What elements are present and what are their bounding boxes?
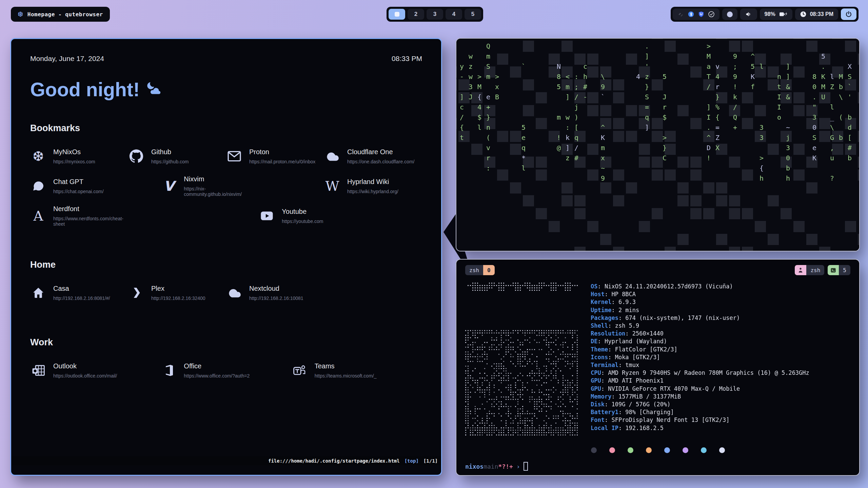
- nix-snowflake-icon: ❆: [18, 10, 23, 18]
- cloud-icon: [226, 287, 242, 299]
- bookmark-nixvim[interactable]: VNixvimhttps://nix-community.github.io/n…: [161, 175, 259, 197]
- prompt-git-branch: main: [484, 463, 498, 470]
- bookmark-name: Cloudflare One: [347, 148, 414, 156]
- github-icon: [128, 149, 144, 163]
- fetch-line: Font: SFProDisplay Nerd Font 13 [GTK2/3]: [591, 416, 809, 424]
- battery-charging-icon: [779, 11, 788, 18]
- bookmark-outlook[interactable]: Outlookhttps://outlook.office.com/mail/: [30, 359, 128, 382]
- chat-icon: [30, 179, 46, 193]
- bookmark-nextcloud[interactable]: Nextcloudhttp://192.168.2.16:10081: [226, 282, 324, 304]
- workspace-switcher: 2345: [387, 7, 483, 22]
- kdeconnect-icon[interactable]: [677, 11, 684, 18]
- battery-pill[interactable]: 98%: [760, 8, 792, 20]
- bookmark-url: https://www.nerdfonts.com/cheat-sheet: [53, 216, 128, 227]
- tmux-window-count: 5: [839, 265, 850, 275]
- bookmark-youtube[interactable]: Youtubehttps://youtube.com: [259, 205, 357, 227]
- bookmark-url: http://192.168.2.16:8081/#/: [53, 296, 110, 301]
- page-date: Monday, June 17, 2024: [30, 55, 104, 63]
- matrix-terminal-window: [456, 38, 860, 251]
- workspace-button-active[interactable]: [389, 9, 405, 20]
- fetch-line: Packages: 674 (nix-system), 1747 (nix-us…: [591, 314, 809, 322]
- bookmark-office[interactable]: Officehttps://www.office.com/?auth=2: [161, 359, 259, 382]
- fetch-line: Terminal: tmux: [591, 361, 809, 369]
- tmux-session-name[interactable]: zsh: [465, 265, 483, 275]
- fetch-output: OS: NixOS 24.11.20240612.57d6973 (Vicuña…: [465, 283, 850, 436]
- system-tray: [673, 8, 719, 20]
- check-circle-icon[interactable]: [708, 11, 715, 18]
- shield-icon[interactable]: [698, 11, 705, 18]
- bookmark-name: Nixvim: [184, 175, 259, 183]
- active-window-title-pill: ❆ Homepage - qutebrowser: [11, 7, 110, 22]
- palette-dot: [591, 447, 597, 453]
- clock-pill[interactable]: 08:33 PM: [795, 8, 838, 20]
- palette-dot: [719, 447, 725, 453]
- active-workspace-indicator: [395, 12, 399, 17]
- bookmark-url: https://teams.microsoft.com/_: [315, 373, 377, 379]
- bookmark-name: Outlook: [53, 362, 117, 370]
- fetch-ascii-art: [465, 283, 579, 436]
- clock-label: 08:33 PM: [810, 11, 833, 17]
- bookmark-nerdfont[interactable]: ANerdfonthttps://www.nerdfonts.com/cheat…: [30, 205, 128, 227]
- bookmark-proton[interactable]: Protonhttps://mail.proton.me/u/0/inbox: [226, 145, 324, 167]
- bookmark-plex[interactable]: Plexhttp://192.168.2.16:32400: [128, 282, 226, 304]
- bookmark-url: http://192.168.2.16:32400: [151, 296, 205, 301]
- bookmark-url: https://youtube.com: [282, 219, 323, 224]
- section-home: HomeCasahttp://192.168.2.16:8081/#/Plexh…: [30, 260, 422, 304]
- nix-snowflake-icon: ❆: [30, 149, 46, 163]
- status-cluster: 98% 08:33 PM: [671, 7, 859, 22]
- fetch-line: Disk: 109G / 576G (20%): [591, 401, 809, 408]
- statusbar-scroll-position: [top]: [405, 458, 419, 464]
- workspace-button-5[interactable]: 5: [465, 9, 481, 20]
- shell-prompt[interactable]: nixos main *?!+ ›: [465, 462, 850, 471]
- bookmark-teams[interactable]: Teamshttps://teams.microsoft.com/_: [292, 359, 390, 382]
- fetch-line: Local IP: 192.168.2.5: [591, 424, 809, 432]
- fetch-info-lines: OS: NixOS 24.11.20240612.57d6973 (Vicuña…: [591, 283, 809, 436]
- bookmark-name: Nerdfont: [53, 205, 128, 213]
- palette-dot: [646, 447, 652, 453]
- prompt-git-flags: *?!+: [498, 463, 513, 470]
- volume-pill[interactable]: [740, 8, 757, 20]
- bookmark-cloudflare-one[interactable]: Cloudflare Onehttps://one.dash.cloudflar…: [324, 145, 422, 167]
- fetch-line: Theme: FlatColor [GTK2/3]: [591, 346, 809, 353]
- power-button[interactable]: [841, 8, 856, 20]
- teams-icon: [292, 364, 308, 377]
- palette-dot: [701, 447, 707, 453]
- tmux-statusbar: zsh 0 zsh 5: [465, 265, 850, 275]
- bookmark-url: https://github.com: [151, 159, 189, 164]
- bookmark-name: Github: [151, 148, 189, 156]
- workspace-button-2[interactable]: 2: [408, 9, 424, 20]
- bookmark-github[interactable]: Githubhttps://github.com: [128, 145, 226, 167]
- palette-dot: [683, 447, 688, 453]
- bookmark-mynixos[interactable]: ❆MyNixOshttps://mynixos.com: [30, 145, 128, 167]
- bookmark-name: Nextcloud: [249, 285, 303, 292]
- workspace-button-3[interactable]: 3: [427, 9, 443, 20]
- bookmark-name: Proton: [249, 148, 315, 156]
- person-icon: [795, 265, 806, 275]
- recorder-dot-icon: [727, 12, 733, 17]
- plex-chevron-icon: [128, 286, 144, 300]
- outlook-icon: [30, 364, 46, 377]
- page-time: 08:33 PM: [392, 55, 422, 63]
- power-icon: [845, 11, 852, 18]
- bluetooth-icon[interactable]: [688, 11, 694, 18]
- bookmark-url: https://www.office.com/?auth=2: [184, 373, 250, 379]
- bookmark-hyprland-wiki[interactable]: WHyprland Wikihttps://wiki.hyprland.org/: [324, 175, 422, 197]
- bookmark-chat-gpt[interactable]: Chat GPThttps://chat.openai.com/: [30, 175, 128, 197]
- letter-v-icon: V: [161, 179, 177, 193]
- bookmark-name: Youtube: [282, 208, 323, 216]
- fetch-line: Uptime: 2 mins: [591, 306, 809, 314]
- letter-w-icon: W: [324, 179, 340, 193]
- indicator-pill[interactable]: [722, 8, 737, 20]
- greeting-text: Good night!: [30, 78, 140, 101]
- section-title: Work: [30, 337, 422, 348]
- bookmark-name: MyNixOs: [53, 148, 95, 156]
- fetch-line: Battery1: 98% [Charging]: [591, 408, 809, 416]
- workspace-button-4[interactable]: 4: [446, 9, 462, 20]
- tmux-window-index[interactable]: 0: [483, 265, 495, 275]
- tmux-terminal-window: zsh 0 zsh 5 OS: NixOS 24.11.20240612.57d…: [456, 259, 860, 476]
- terminal-cursor: [524, 462, 528, 471]
- bookmark-casa[interactable]: Casahttp://192.168.2.16:8081/#/: [30, 282, 128, 304]
- bookmark-url: https://mail.proton.me/u/0/inbox: [249, 159, 315, 164]
- mail-icon: [226, 150, 242, 162]
- statusbar-tab-index: [1/1]: [423, 458, 438, 464]
